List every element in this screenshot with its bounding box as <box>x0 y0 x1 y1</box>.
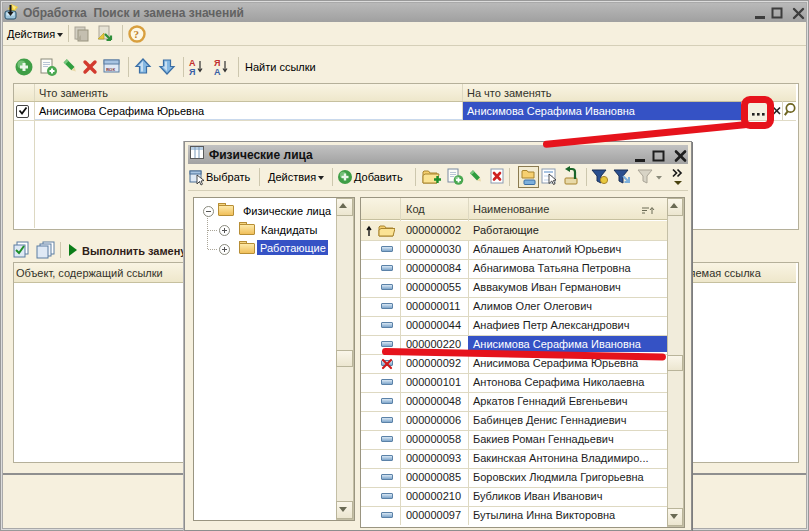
svg-text:вок: вок <box>106 66 115 72</box>
svg-text:?: ? <box>134 28 140 40</box>
svg-text:А: А <box>214 67 221 77</box>
svg-text:Я: Я <box>189 67 195 77</box>
